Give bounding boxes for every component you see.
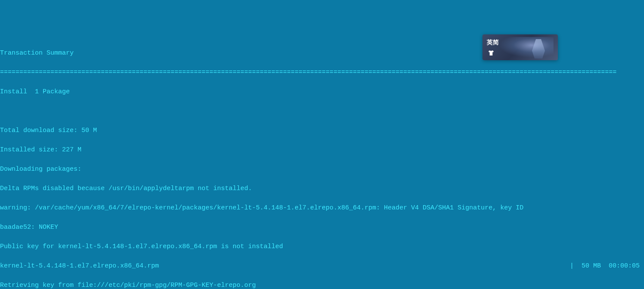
divider-line: ========================================… [0,68,644,78]
ime-character-art [499,37,554,58]
delta-rpms-disabled: Delta RPMs disabled because /usr/bin/app… [0,184,644,194]
public-key-msg: Public key for kernel-lt-5.4.148-1.el7.e… [0,242,644,252]
total-download-size: Total download size: 50 M [0,126,644,136]
ime-widget-left: 英简 [487,38,499,57]
warning-line-2: baadae52: NOKEY [0,223,644,233]
installed-size: Installed size: 227 M [0,145,644,155]
rpm-status: | 50 MB 00:00:05 [570,261,644,271]
shirt-icon[interactable] [487,49,495,57]
ime-widget[interactable]: 英简 [482,34,558,60]
ime-language-label: 英简 [487,38,499,47]
blank-line [0,107,644,117]
warning-line-1: warning: /var/cache/yum/x86_64/7/elrepo-… [0,203,644,213]
terminal-output: Transaction Summary ====================… [0,39,644,289]
install-summary: Install 1 Package [0,87,644,97]
rpm-name: kernel-lt-5.4.148-1.el7.elrepo.x86_64.rp… [0,261,159,271]
rpm-download-line: kernel-lt-5.4.148-1.el7.elrepo.x86_64.rp… [0,261,644,271]
retrieving-key: Retrieving key from file:///etc/pki/rpm-… [0,281,644,289]
downloading-packages: Downloading packages: [0,165,644,175]
